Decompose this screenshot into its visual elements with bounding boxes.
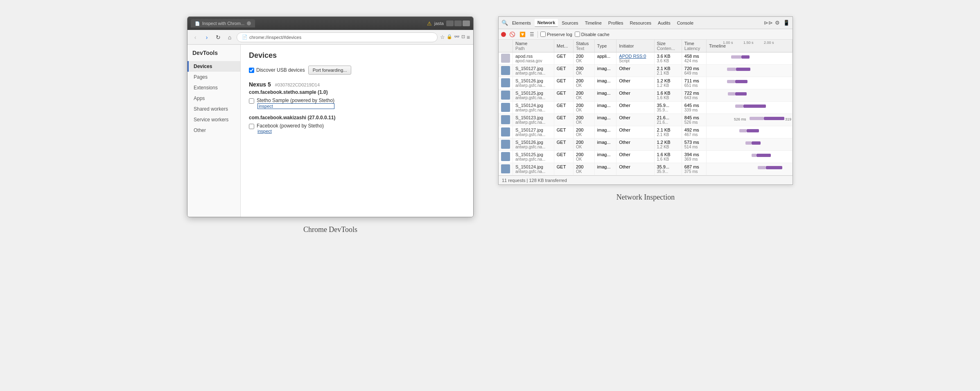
menu-console[interactable]: Console: [674, 19, 696, 27]
menu-resources[interactable]: Resources: [627, 19, 654, 27]
timeline-bar-receiving: [766, 166, 782, 169]
col-initiator[interactable]: Initiator: [616, 40, 654, 52]
discover-usb-checkbox[interactable]: [249, 68, 254, 73]
sidebar-item-service-workers[interactable]: Service workers: [187, 114, 240, 125]
col-method[interactable]: Met...: [554, 40, 573, 52]
window-controls: ⚠ jasta: [427, 20, 470, 27]
menu-network[interactable]: Network: [535, 19, 558, 27]
menu-elements[interactable]: Elements: [509, 19, 534, 27]
sidebar-item-devices[interactable]: Devices: [187, 61, 240, 72]
table-row[interactable]: S_150124.jpgantwrp.gsfc.na...GET200OKima…: [499, 163, 793, 175]
row-size: 3.6 KB3.6 KB: [654, 52, 682, 65]
row-type: imag...: [594, 114, 616, 126]
network-table-container[interactable]: NamePath Met... StatusText Type Initiato…: [499, 40, 793, 175]
row-thumb: [499, 114, 513, 126]
home-button[interactable]: ⌂: [225, 33, 234, 42]
devtools-title: DevTools: [187, 50, 240, 61]
row-method: GET: [554, 163, 573, 175]
table-row[interactable]: S_150126.jpgantwrp.gsfc.na...GET200OKima…: [499, 139, 793, 151]
record-button[interactable]: [501, 32, 506, 37]
timeline-bar-waiting: [727, 68, 736, 71]
table-row[interactable]: apod.rssapod.nasa.govGET200OKappli...APO…: [499, 52, 793, 65]
toolbar-separator: [537, 31, 538, 38]
row-time: 722 ms643 ms: [682, 89, 706, 102]
settings-icon[interactable]: ⚙: [774, 19, 781, 27]
app1-inspect-link[interactable]: inspect: [257, 103, 334, 109]
filter-button[interactable]: 🔽: [519, 31, 526, 38]
sidebar-item-extensions[interactable]: Extensions: [187, 82, 240, 93]
sidebar-item-apps[interactable]: Apps: [187, 93, 240, 104]
browser-tab[interactable]: 📄 Inspect with Chrom...: [191, 19, 255, 27]
timeline-marker-1: 1.00 s: [723, 41, 733, 45]
row-name: S_150127.jpgantwrp.gsfc.na...: [513, 65, 554, 77]
sidebar-item-other[interactable]: Other: [187, 125, 240, 136]
row-status: 200OK: [574, 139, 595, 151]
device-icon[interactable]: 📱: [783, 19, 790, 27]
page-title: Devices: [249, 51, 465, 60]
forward-button[interactable]: ›: [202, 33, 211, 42]
preserve-log-checkbox[interactable]: [540, 32, 546, 37]
port-forwarding-button[interactable]: Port forwarding...: [308, 66, 352, 75]
disable-cache-checkbox[interactable]: [575, 32, 580, 37]
row-timeline: [706, 163, 792, 175]
app2-checkbox[interactable]: [249, 124, 254, 129]
table-row[interactable]: S_150125.jpgantwrp.gsfc.na...GET200OKima…: [499, 89, 793, 102]
maximize-button[interactable]: [454, 20, 462, 26]
table-row[interactable]: S_150125.jpgantwrp.gsfc.na...GET200OKima…: [499, 151, 793, 163]
preserve-log-label[interactable]: Preserve log: [540, 32, 572, 37]
close-button[interactable]: [463, 20, 470, 26]
sidebar-item-pages[interactable]: Pages: [187, 72, 240, 82]
col-timeline[interactable]: Timeline 1.00 s 1.50 s 2.00 s: [706, 40, 792, 52]
row-initiator: Other: [616, 89, 654, 102]
menu-timeline[interactable]: Timeline: [582, 19, 605, 27]
minimize-button[interactable]: [446, 20, 454, 26]
table-row[interactable]: S_150123.jpgantwrp.gsfc.na...GET200OKima…: [499, 114, 793, 126]
timeline-bar-receiving: [735, 92, 747, 95]
col-name[interactable]: NamePath: [513, 40, 554, 52]
row-method: GET: [554, 77, 573, 89]
menu-icon[interactable]: ≡: [467, 34, 470, 41]
col-time[interactable]: TimeLatency: [682, 40, 706, 52]
row-thumb: [499, 65, 513, 77]
extension1-icon[interactable]: 🔒: [447, 34, 452, 41]
star-icon[interactable]: ☆: [440, 34, 445, 41]
clear-button[interactable]: 🚫: [508, 31, 516, 38]
row-name: S_150126.jpgantwrp.gsfc.na...: [513, 77, 554, 89]
back-button[interactable]: ‹: [191, 33, 200, 42]
app2-inspect-link[interactable]: inspect: [257, 129, 324, 134]
panel-icon-1[interactable]: ⊳⊳: [765, 19, 772, 27]
row-time: 458 ms424 ms: [682, 52, 706, 65]
col-type[interactable]: Type: [594, 40, 616, 52]
row-type: imag...: [594, 77, 616, 89]
col-status[interactable]: StatusText: [574, 40, 595, 52]
row-method: GET: [554, 89, 573, 102]
list-button[interactable]: ☰: [529, 31, 535, 38]
app1-checkbox[interactable]: [249, 98, 254, 104]
panel-statusbar: 11 requests | 128 KB transferred: [499, 175, 793, 184]
menu-sources[interactable]: Sources: [559, 19, 581, 27]
disable-cache-label[interactable]: Disable cache: [575, 32, 610, 37]
reload-button[interactable]: ↻: [214, 33, 223, 42]
sidebar-item-shared-workers[interactable]: Shared workers: [187, 104, 240, 114]
table-row[interactable]: S_150127.jpgantwrp.gsfc.na...GET200OKima…: [499, 126, 793, 139]
table-row[interactable]: S_150127.jpgantwrp.gsfc.na...GET200OKima…: [499, 65, 793, 77]
timeline-marker-2: 1.50 s: [743, 41, 754, 45]
address-bar[interactable]: 📄 chrome://inspect/#devices: [237, 32, 438, 42]
username-label: jasta: [434, 21, 444, 26]
search-icon[interactable]: 🔍: [501, 19, 508, 27]
col-size[interactable]: SizeConten...: [654, 40, 682, 52]
table-row[interactable]: S_150126.jpgantwrp.gsfc.na...GET200OKima…: [499, 77, 793, 89]
menu-audits[interactable]: Audits: [655, 19, 673, 27]
browser-content: DevTools Devices Pages Extensions Apps S…: [187, 45, 473, 217]
row-type: imag...: [594, 126, 616, 139]
table-row[interactable]: S_150124.jpgantwrp.gsfc.na...GET200OKima…: [499, 102, 793, 114]
tab-close-icon[interactable]: [247, 21, 251, 25]
extension2-icon[interactable]: 👓: [454, 34, 460, 41]
row-thumb: [499, 52, 513, 65]
row-method: GET: [554, 102, 573, 114]
discover-usb-label[interactable]: Discover USB devices: [249, 67, 305, 73]
menu-profiles[interactable]: Profiles: [605, 19, 626, 27]
col-thumb: [499, 40, 513, 52]
display-icon[interactable]: ⊡: [461, 34, 465, 41]
row-status: 200OK: [574, 102, 595, 114]
